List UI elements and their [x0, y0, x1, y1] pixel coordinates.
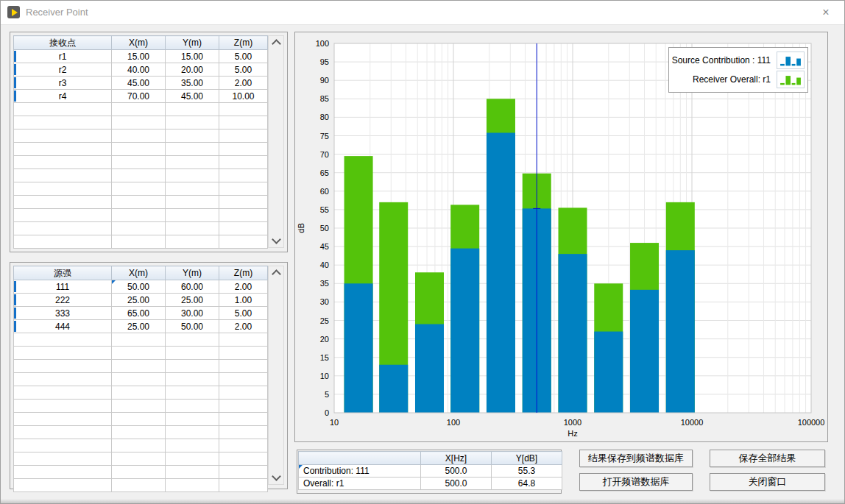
table-row-empty[interactable]	[14, 129, 268, 143]
table-cell[interactable]	[14, 479, 112, 492]
scroll-down-icon[interactable]	[269, 235, 283, 247]
table-row-empty[interactable]	[14, 426, 268, 439]
close-icon[interactable]: ×	[818, 5, 834, 20]
table-cell[interactable]	[219, 222, 268, 235]
table-cell[interactable]: 50.00	[112, 280, 166, 294]
table-cell[interactable]: 2.00	[219, 280, 268, 294]
table-cell[interactable]	[219, 347, 268, 360]
table-cell[interactable]	[14, 235, 112, 249]
table-cell[interactable]: r2	[14, 63, 112, 77]
table-cell[interactable]	[219, 209, 268, 222]
table-cell[interactable]	[14, 452, 112, 466]
table-cell[interactable]: 30.00	[166, 307, 219, 320]
scroll-up-icon[interactable]	[269, 266, 283, 279]
table-cell[interactable]	[166, 426, 219, 439]
table-row-empty[interactable]	[14, 222, 268, 235]
table-cell[interactable]	[14, 360, 112, 373]
table-cell[interactable]	[14, 209, 112, 222]
table-cell[interactable]	[14, 386, 112, 400]
table-row-empty[interactable]	[14, 439, 268, 452]
table-cell[interactable]	[14, 426, 112, 439]
table-cell[interactable]	[112, 426, 166, 439]
table-row-empty[interactable]	[14, 333, 268, 347]
table-cell[interactable]	[219, 413, 268, 426]
table-cell[interactable]	[166, 235, 219, 249]
table-row-empty[interactable]	[14, 466, 268, 479]
scroll-down-icon[interactable]	[269, 472, 283, 484]
table-cell[interactable]	[166, 452, 219, 466]
table-cell[interactable]	[219, 156, 268, 169]
table-cell[interactable]: 55.3	[492, 465, 562, 478]
table-cell[interactable]	[166, 479, 219, 492]
table-cell[interactable]	[14, 439, 112, 452]
table-row[interactable]: r345.0035.002.00	[14, 77, 268, 90]
table-cell[interactable]	[166, 347, 219, 360]
table-cell[interactable]: 20.00	[166, 63, 219, 77]
table-cell[interactable]: 1.00	[219, 294, 268, 307]
table-cell[interactable]: r4	[14, 90, 112, 103]
table-cell[interactable]	[112, 222, 166, 235]
table-cell[interactable]	[219, 129, 268, 143]
table-cell[interactable]	[14, 169, 112, 182]
table-cell[interactable]	[219, 360, 268, 373]
table-cell[interactable]	[14, 103, 112, 116]
spectrum-chart[interactable]: 0510152025303540455055606570758085909510…	[295, 32, 826, 440]
table-cell[interactable]	[219, 373, 268, 386]
open-spectrum-db-button[interactable]: 打开频谱数据库	[579, 473, 693, 491]
table-cell[interactable]	[14, 116, 112, 129]
table-cell[interactable]	[14, 466, 112, 479]
table-row-empty[interactable]	[14, 347, 268, 360]
table-cell[interactable]	[112, 116, 166, 129]
table-cell[interactable]	[166, 143, 219, 156]
table-row-empty[interactable]	[14, 400, 268, 413]
table-cell[interactable]: 5.00	[219, 63, 268, 77]
table-row-empty[interactable]	[14, 196, 268, 209]
table-cell[interactable]: 50.00	[166, 320, 219, 333]
table-cell[interactable]	[112, 129, 166, 143]
save-results-to-spectrum-db-button[interactable]: 结果保存到频谱数据库	[579, 450, 693, 467]
table-cell[interactable]	[219, 103, 268, 116]
table-cell[interactable]	[14, 347, 112, 360]
table-cell[interactable]: 500.0	[421, 465, 492, 478]
table-cell[interactable]	[166, 103, 219, 116]
source-table-scrollbar[interactable]	[268, 266, 284, 485]
table-cell[interactable]	[166, 386, 219, 400]
table-cell[interactable]	[14, 129, 112, 143]
table-cell[interactable]: 15.00	[112, 50, 166, 63]
table-cell[interactable]	[166, 466, 219, 479]
table-cell[interactable]: 15.00	[166, 50, 219, 63]
table-cell[interactable]	[219, 386, 268, 400]
table-cell[interactable]	[112, 386, 166, 400]
table-cell[interactable]	[166, 169, 219, 182]
table-cell[interactable]	[112, 143, 166, 156]
table-row[interactable]: r470.0045.0010.00	[14, 90, 268, 103]
table-cell[interactable]	[219, 452, 268, 466]
table-cell[interactable]: 45.00	[166, 90, 219, 103]
table-cell[interactable]	[219, 196, 268, 209]
table-cell[interactable]	[166, 373, 219, 386]
table-cell[interactable]: 40.00	[112, 63, 166, 77]
table-cell[interactable]	[166, 129, 219, 143]
table-cell[interactable]: 444	[14, 320, 112, 333]
table-row-empty[interactable]	[14, 209, 268, 222]
table-row[interactable]: 11150.0060.002.00	[14, 280, 268, 294]
table-cell[interactable]	[14, 400, 112, 413]
legend-item-contribution[interactable]: Source Contribution : 111	[672, 52, 805, 69]
table-cell[interactable]	[219, 479, 268, 492]
table-cell[interactable]	[14, 373, 112, 386]
table-cell[interactable]	[219, 182, 268, 196]
table-cell[interactable]	[112, 347, 166, 360]
table-cell[interactable]: 35.00	[166, 77, 219, 90]
table-row[interactable]: 33365.0030.005.00	[14, 307, 268, 320]
table-cell[interactable]	[14, 222, 112, 235]
table-cell[interactable]	[112, 235, 166, 249]
table-cell[interactable]	[219, 116, 268, 129]
table-cell[interactable]	[219, 235, 268, 249]
table-row-empty[interactable]	[14, 235, 268, 249]
table-cell[interactable]	[112, 360, 166, 373]
table-row-empty[interactable]	[14, 143, 268, 156]
table-cell[interactable]: 333	[14, 307, 112, 320]
table-row[interactable]: Overall: r1500.064.8	[299, 478, 562, 490]
table-cell[interactable]	[112, 400, 166, 413]
close-window-button[interactable]: 关闭窗口	[710, 473, 825, 491]
